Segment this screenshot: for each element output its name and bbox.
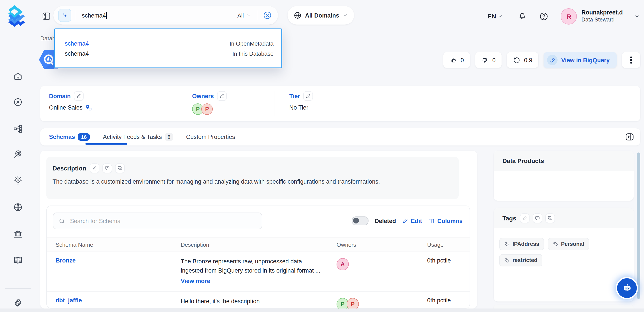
search-scope-dropdown[interactable]: All xyxy=(238,12,251,19)
edit-tier-pencil-icon[interactable] xyxy=(304,92,312,100)
tag-chip[interactable]: Personal xyxy=(548,238,589,250)
schema-link[interactable]: dbt_jaffle xyxy=(56,297,82,304)
tab-count-badge: 8 xyxy=(165,133,173,141)
owner-avatar[interactable]: P xyxy=(346,298,359,308)
tags-card: Tags IPAddress Personal restricted xyxy=(494,208,634,301)
app-root: schema4 All All Domains EN xyxy=(0,0,644,312)
domains-globe-icon[interactable] xyxy=(13,202,23,212)
subdomain-link-icon xyxy=(86,104,92,111)
table-row: dbt_jaffle Hello there, it's the descrip… xyxy=(47,292,470,308)
edit-owners-pencil-icon[interactable] xyxy=(217,92,226,100)
tab-custom-properties[interactable]: Custom Properties xyxy=(186,134,235,140)
schema-search-input[interactable] xyxy=(69,217,256,225)
owner-avatar[interactable]: A xyxy=(336,258,349,270)
user-avatar[interactable]: R xyxy=(561,8,577,24)
globe-icon xyxy=(294,12,302,19)
description-conversations-icon[interactable] xyxy=(116,164,124,173)
govern-bank-icon[interactable] xyxy=(13,229,23,239)
vertical-scrollbar[interactable] xyxy=(637,152,640,299)
breadcrumb[interactable]: Datab xyxy=(40,35,55,42)
global-search-bar[interactable]: schema4 All xyxy=(54,6,278,25)
usage-value: 0th pctile xyxy=(427,257,470,264)
data-products-empty-value: -- xyxy=(494,171,634,199)
tab-count-badge: 16 xyxy=(78,133,90,141)
left-sidebar xyxy=(0,33,36,312)
downvote-button[interactable]: 0 xyxy=(475,52,502,68)
edit-tags-pencil-icon[interactable] xyxy=(520,214,529,223)
chevron-down-icon xyxy=(246,13,251,18)
edit-domain-pencil-icon[interactable] xyxy=(74,92,83,100)
schema-description: Hello there, it's the description xyxy=(181,297,336,306)
description-text: The database is a customized environment… xyxy=(52,178,452,185)
tier-section: Tier No Tier xyxy=(289,92,312,111)
columns-icon xyxy=(428,218,434,224)
tag-chip[interactable]: restricted xyxy=(499,254,542,266)
more-options-kebab-button[interactable] xyxy=(622,52,640,68)
search-suggestion-item[interactable]: schema4 In OpenMetadata xyxy=(55,39,282,48)
search-suggestion-item[interactable]: schema4 In this Database xyxy=(55,49,282,58)
expand-right-panel-icon[interactable] xyxy=(624,132,634,142)
refresh-score-icon xyxy=(513,56,520,64)
edit-table-button[interactable]: Edit xyxy=(402,218,422,224)
domain-value[interactable]: Online Sales xyxy=(49,104,82,111)
domain-section: Domain Online Sales xyxy=(49,92,92,111)
table-row: Bronze The Bronze represents raw, unproc… xyxy=(47,252,470,292)
user-menu[interactable]: Rounakpreet.d Data Steward xyxy=(582,9,623,24)
chat-assistant-robot-icon[interactable] xyxy=(617,278,637,298)
schema-table-panel: Deleted Edit Columns Schema Name Descrip… xyxy=(46,206,470,308)
tag-chip[interactable]: IPAddress xyxy=(499,238,544,250)
column-header-description[interactable]: Description xyxy=(181,241,336,248)
column-header-schema-name[interactable]: Schema Name xyxy=(56,241,181,248)
language-selector[interactable]: EN xyxy=(488,13,503,20)
columns-config-button[interactable]: Columns xyxy=(428,218,462,224)
observability-icon[interactable] xyxy=(13,149,23,159)
insights-icon[interactable] xyxy=(13,176,23,185)
score-button[interactable]: 0.9 xyxy=(507,52,538,68)
request-description-comment-icon[interactable] xyxy=(103,164,112,173)
request-tags-comment-icon[interactable] xyxy=(533,214,542,223)
text-caret xyxy=(106,12,107,19)
schema-search-field[interactable] xyxy=(53,213,262,229)
schema-link[interactable]: Bronze xyxy=(56,257,76,264)
explore-compass-icon[interactable] xyxy=(13,97,23,107)
thumbs-up-icon xyxy=(450,56,457,64)
table-header-row: Schema Name Description Owners Usage xyxy=(47,237,470,252)
tags-title: Tags xyxy=(502,215,516,222)
all-domains-dropdown[interactable]: All Domains xyxy=(288,6,354,25)
platform-lineage-icon[interactable] xyxy=(13,124,23,134)
divider xyxy=(274,91,274,116)
tags-conversations-icon[interactable] xyxy=(546,214,554,223)
column-header-owners[interactable]: Owners xyxy=(336,241,427,248)
chevron-down-icon[interactable] xyxy=(634,13,640,19)
thumbs-down-icon xyxy=(482,56,489,64)
clear-search-icon[interactable] xyxy=(263,11,272,20)
owner-avatar[interactable]: P xyxy=(201,103,213,115)
settings-gear-icon[interactable] xyxy=(13,298,23,307)
notifications-bell-icon[interactable] xyxy=(518,12,527,21)
usage-value: 0th pctile xyxy=(427,297,470,304)
divider xyxy=(177,91,177,116)
tab-schemas[interactable]: Schemas 16 xyxy=(49,133,90,141)
upvote-button[interactable]: 0 xyxy=(444,52,470,68)
tag-icon xyxy=(504,257,510,263)
tier-value: No Tier xyxy=(289,104,308,111)
schema-description: The Bronze represents raw, unprocessed d… xyxy=(181,258,320,274)
divider xyxy=(257,11,257,20)
sidebar-toggle-icon[interactable] xyxy=(42,12,51,21)
view-more-link[interactable]: View more xyxy=(181,277,210,286)
search-suggestions-dropdown: schema4 In OpenMetadata schema4 In this … xyxy=(54,29,282,68)
home-icon[interactable] xyxy=(13,71,23,81)
link-icon xyxy=(547,55,558,65)
data-products-card: Data Products -- xyxy=(494,151,634,201)
edit-description-pencil-icon[interactable] xyxy=(90,164,99,173)
glossary-book-icon[interactable] xyxy=(13,255,23,265)
page-bottom-edge xyxy=(0,308,644,312)
help-icon[interactable] xyxy=(540,12,548,21)
search-input[interactable]: schema4 xyxy=(82,12,107,19)
openmetadata-logo-icon[interactable] xyxy=(8,5,28,27)
deleted-toggle[interactable] xyxy=(352,216,368,225)
view-in-bigquery-button[interactable]: View in BigQuery xyxy=(544,52,617,68)
tab-activity-feeds[interactable]: Activity Feeds & Tasks 8 xyxy=(103,133,173,141)
entity-tabs-bar: Schemas 16 Activity Feeds & Tasks 8 Cust… xyxy=(40,128,640,145)
column-header-usage[interactable]: Usage xyxy=(427,241,470,248)
